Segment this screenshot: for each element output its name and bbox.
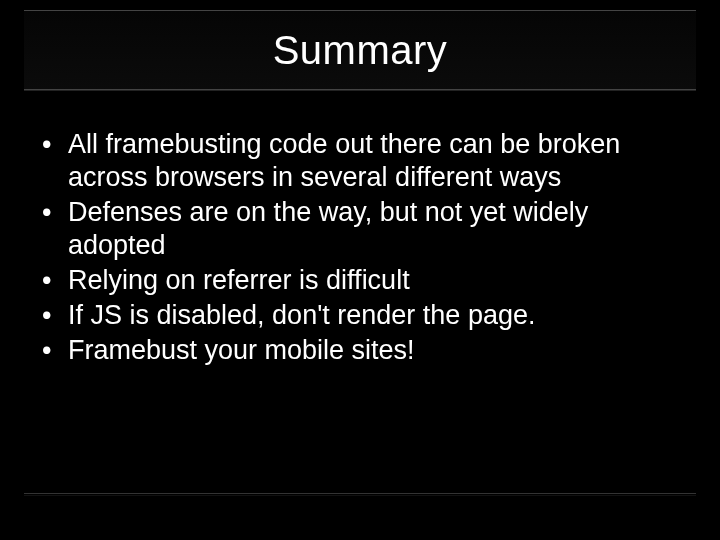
list-item: Framebust your mobile sites! bbox=[40, 334, 692, 367]
list-item: If JS is disabled, don't render the page… bbox=[40, 299, 692, 332]
slide: Summary All framebusting code out there … bbox=[0, 0, 720, 540]
list-item: Relying on referrer is difficult bbox=[40, 264, 692, 297]
divider bbox=[24, 493, 696, 494]
slide-title: Summary bbox=[273, 28, 448, 73]
title-band: Summary bbox=[24, 10, 696, 90]
bullet-list: All framebusting code out there can be b… bbox=[40, 128, 692, 367]
list-item: Defenses are on the way, but not yet wid… bbox=[40, 196, 692, 262]
list-item: All framebusting code out there can be b… bbox=[40, 128, 692, 194]
slide-body: All framebusting code out there can be b… bbox=[40, 128, 692, 369]
